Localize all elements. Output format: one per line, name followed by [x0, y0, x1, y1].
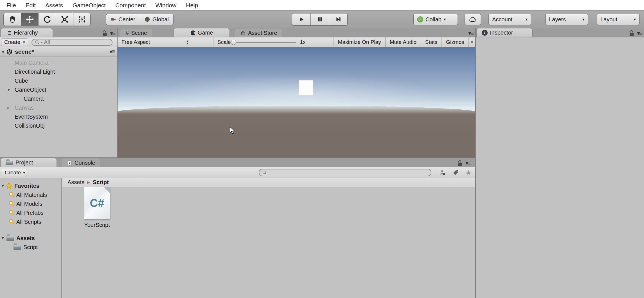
- menu-gameobject[interactable]: GameObject: [68, 0, 111, 10]
- hierarchy-item-gameobject[interactable]: ▼GameObject: [0, 85, 117, 94]
- center-panel: # Scene Game Asset Store ▾≡ Free Asp: [118, 28, 475, 157]
- project-tab-row: Project Console ▾≡: [0, 158, 475, 167]
- project-panel: Project Console ▾≡ Create ▾: [0, 157, 475, 298]
- hierarchy-create-button[interactable]: Create ▾: [1, 39, 28, 46]
- stats-button[interactable]: Stats: [421, 37, 442, 47]
- gizmos-caret-button[interactable]: ▾: [468, 37, 475, 47]
- console-tab-label: Console: [75, 160, 95, 166]
- hierarchy-item-directional-light[interactable]: Directional Light: [0, 67, 117, 76]
- main-toolbar: Center Global: [0, 11, 644, 28]
- account-label: Account: [492, 16, 512, 23]
- mute-audio-button[interactable]: Mute Audio: [385, 37, 421, 47]
- hierarchy-item-canvas[interactable]: ▶Canvas: [0, 103, 117, 112]
- menu-file[interactable]: File: [2, 0, 21, 10]
- menu-help[interactable]: Help: [181, 0, 203, 10]
- collab-dropdown[interactable]: ✓ Collab ▾: [413, 14, 458, 25]
- menu-assets[interactable]: Assets: [40, 0, 68, 10]
- file-yourscript[interactable]: C# YourScript: [76, 187, 118, 228]
- hand-tool-button[interactable]: [3, 13, 21, 26]
- move-tool-button[interactable]: [21, 13, 38, 26]
- tab-project[interactable]: Project: [1, 158, 57, 167]
- scale-slider-knob[interactable]: [231, 40, 236, 45]
- info-icon: i: [482, 30, 488, 36]
- layout-dropdown[interactable]: Layout ▾: [597, 14, 640, 25]
- tab-hierarchy[interactable]: Hierarchy: [1, 28, 53, 37]
- panel-menu-icon[interactable]: ▾≡: [637, 30, 642, 37]
- project-body: ▼ Favorites All Materials All Models: [0, 178, 475, 298]
- step-button[interactable]: [329, 13, 348, 26]
- lock-icon[interactable]: [458, 160, 463, 166]
- project-create-button[interactable]: Create ▾: [2, 169, 27, 176]
- inspector-body: [476, 37, 644, 298]
- project-tab-label: Project: [15, 159, 33, 166]
- save-search-button[interactable]: [462, 167, 475, 178]
- scene-header-row[interactable]: ▼ scene* ▾≡: [0, 47, 117, 57]
- lock-icon[interactable]: [103, 30, 107, 36]
- hierarchy-item-cube[interactable]: Cube: [0, 76, 117, 85]
- scene-expand-icon[interactable]: ▼: [0, 49, 6, 54]
- mouse-cursor: [229, 127, 235, 134]
- lock-icon[interactable]: [630, 30, 634, 36]
- maximize-on-play-button[interactable]: Maximize On Play: [334, 37, 385, 47]
- cloud-button[interactable]: [465, 14, 481, 25]
- menu-edit[interactable]: Edit: [21, 0, 40, 10]
- favorites-label: Favorites: [14, 183, 39, 189]
- menu-component[interactable]: Component: [111, 0, 151, 10]
- disclosure-icon[interactable]: ▼: [1, 236, 5, 240]
- panel-menu-icon[interactable]: ▾≡: [468, 30, 473, 37]
- favorite-all-materials[interactable]: All Materials: [0, 190, 61, 199]
- favorites-header[interactable]: ▼ Favorites: [0, 181, 61, 190]
- hierarchy-item-main-camera[interactable]: Main Camera: [0, 58, 117, 67]
- tab-asset-store[interactable]: Asset Store: [235, 29, 282, 37]
- scene-menu-icon[interactable]: ▾≡: [109, 48, 114, 55]
- favorite-label: All Models: [16, 201, 42, 207]
- pivot-center-button[interactable]: Center: [106, 14, 140, 25]
- account-dropdown[interactable]: Account ▾: [488, 14, 531, 25]
- move-icon: [26, 15, 34, 24]
- project-search-input[interactable]: [268, 170, 428, 176]
- panel-menu-icon[interactable]: ▾≡: [465, 160, 470, 166]
- tab-game[interactable]: Game: [174, 28, 230, 37]
- breadcrumb-arrow-icon: ▶: [87, 180, 90, 184]
- rotate-tool-button[interactable]: [38, 13, 56, 26]
- search-by-label-button[interactable]: [449, 167, 462, 178]
- breadcrumb-current[interactable]: Script: [93, 179, 109, 186]
- tab-inspector[interactable]: i Inspector: [476, 28, 533, 37]
- tab-scene[interactable]: # Scene: [120, 29, 152, 37]
- gizmos-dropdown[interactable]: Gizmos: [442, 37, 468, 47]
- folder-icon: [13, 245, 21, 250]
- tab-console[interactable]: Console: [62, 159, 100, 167]
- step-icon: [335, 16, 341, 22]
- hierarchy-item-camera[interactable]: Camera: [0, 94, 117, 103]
- play-button[interactable]: [292, 13, 310, 26]
- assets-root-row[interactable]: ▼ Assets: [0, 234, 61, 243]
- game-render-view[interactable]: [118, 47, 475, 157]
- search-by-type-button[interactable]: [436, 167, 449, 178]
- scale-slider[interactable]: [232, 42, 296, 43]
- scale-tool-button[interactable]: [56, 13, 73, 26]
- disclosure-icon[interactable]: ▼: [7, 85, 13, 94]
- disclosure-icon[interactable]: ▶: [7, 103, 13, 112]
- space-global-button[interactable]: Global: [140, 14, 174, 25]
- layers-dropdown[interactable]: Layers ▾: [545, 14, 588, 25]
- search-icon: [262, 170, 267, 175]
- aspect-dropdown[interactable]: Free Aspect ▴▾: [118, 37, 213, 47]
- favorite-all-scripts[interactable]: All Scripts: [0, 217, 61, 226]
- hierarchy-item-collisionobj[interactable]: CollisionObj: [0, 121, 117, 130]
- project-sidebar: ▼ Favorites All Materials All Models: [0, 178, 62, 298]
- hierarchy-tab-label: Hierarchy: [14, 30, 38, 36]
- rect-tool-button[interactable]: [73, 13, 91, 26]
- breadcrumb-root[interactable]: Assets: [67, 179, 84, 186]
- hierarchy-search: ▾: [31, 39, 112, 46]
- hierarchy-item-eventsystem[interactable]: EventSystem: [0, 112, 117, 121]
- pause-button[interactable]: [310, 13, 329, 26]
- panel-menu-icon[interactable]: ▾≡: [110, 30, 115, 37]
- assets-script-folder-row[interactable]: Script: [0, 243, 61, 252]
- hierarchy-search-input[interactable]: [44, 39, 109, 45]
- favorite-all-models[interactable]: All Models: [0, 199, 61, 208]
- search-filter-caret-icon[interactable]: ▾: [41, 40, 43, 44]
- playmode-controls: [292, 13, 348, 26]
- favorite-all-prefabs[interactable]: All Prefabs: [0, 208, 61, 217]
- menu-window[interactable]: Window: [151, 0, 181, 10]
- disclosure-icon[interactable]: ▼: [1, 184, 5, 188]
